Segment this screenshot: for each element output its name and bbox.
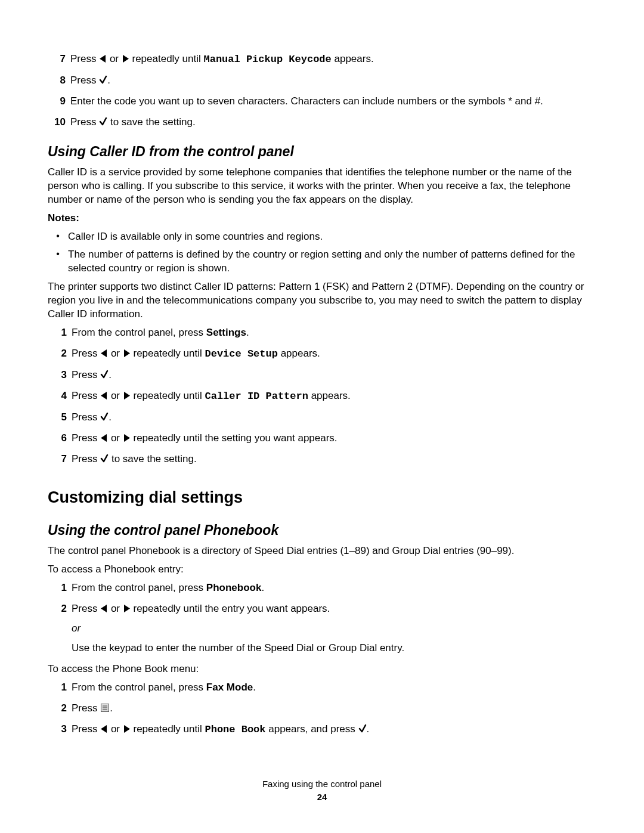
numbered-list-phonebook-b: 1From the control panel, press Fax Mode.… (54, 681, 596, 737)
step-number: 5 (54, 411, 67, 425)
paragraph: Caller ID is a service provided by some … (48, 166, 596, 207)
svg-marker-6 (101, 434, 107, 442)
numbered-list-phonebook-a: 1From the control panel, press Phonebook… (54, 581, 596, 655)
bullet-list-notes: •Caller ID is available only in some cou… (48, 230, 596, 276)
left-arrow-icon (100, 604, 108, 613)
list-item: •The number of patterns is defined by th… (48, 248, 596, 275)
svg-marker-1 (123, 55, 129, 63)
step-content: Press to save the setting. (72, 453, 596, 466)
numbered-list-callerid: 1From the control panel, press Settings.… (54, 326, 596, 466)
right-arrow-icon (123, 391, 131, 400)
list-item: •Caller ID is available only in some cou… (48, 230, 596, 244)
step-content: Press or repeatedly until Manual Pickup … (70, 52, 596, 67)
heading-customizing: Customizing dial settings (48, 487, 596, 508)
step-number: 2 (54, 602, 67, 616)
svg-marker-2 (101, 349, 107, 357)
step-content: Enter the code you want up to seven char… (70, 95, 596, 109)
left-arrow-icon (100, 724, 108, 733)
step-number: 6 (54, 432, 67, 445)
paragraph: The printer supports two distinct Caller… (48, 280, 596, 321)
note-text: The number of patterns is defined by the… (68, 248, 596, 275)
paragraph: The control panel Phonebook is a directo… (48, 544, 596, 558)
page-footer: Faxing using the control panel 24 (0, 778, 644, 804)
step-content: Press or repeatedly until Phone Book app… (72, 723, 596, 737)
step-content: Press . (72, 368, 596, 382)
right-arrow-icon (122, 54, 129, 63)
left-arrow-icon (100, 391, 108, 400)
step-content: Press . (72, 411, 596, 425)
section-heading-callerid: Using Caller ID from the control panel (48, 143, 596, 161)
notes-label: Notes: (48, 212, 596, 225)
list-item: 7Press to save the setting. (54, 453, 596, 466)
list-item: 1From the control panel, press Settings. (54, 326, 596, 340)
svg-marker-3 (124, 349, 130, 357)
check-icon (100, 454, 109, 463)
numbered-list-top: 7Press or repeatedly until Manual Pickup… (48, 52, 596, 129)
step-number: 1 (54, 581, 67, 595)
paragraph: To access a Phonebook entry: (48, 563, 596, 577)
step-content: Press or repeatedly until Device Setup a… (72, 347, 596, 361)
footer-text: Faxing using the control panel (0, 778, 644, 790)
svg-marker-14 (101, 725, 107, 733)
svg-marker-7 (124, 434, 130, 442)
step-content: Press . (70, 74, 596, 88)
step-content: From the control panel, press Settings. (72, 326, 596, 340)
step-content: From the control panel, press Phonebook. (72, 581, 596, 595)
svg-marker-8 (101, 605, 107, 612)
check-icon (100, 412, 109, 422)
step-number: 7 (54, 453, 67, 466)
list-item: 5Press . (54, 411, 596, 425)
bullet-icon: • (48, 248, 68, 259)
list-item: 10Press to save the setting. (48, 116, 596, 129)
step-number: 7 (48, 52, 66, 66)
step-number: 3 (54, 368, 67, 382)
svg-marker-0 (100, 55, 106, 63)
step-number: 1 (54, 681, 67, 695)
list-item: 3Press . (54, 368, 596, 382)
step-content: Press or repeatedly until the setting yo… (72, 432, 596, 445)
check-icon (99, 75, 107, 85)
right-arrow-icon (123, 604, 131, 613)
check-icon (99, 117, 107, 126)
step-content: From the control panel, press Fax Mode. (72, 681, 596, 695)
note-text: Caller ID is available only in some coun… (68, 230, 596, 244)
list-item: 2Press or repeatedly until Device Setup … (54, 347, 596, 361)
list-item: 1From the control panel, press Fax Mode. (54, 681, 596, 695)
svg-marker-5 (124, 392, 130, 400)
step-number: 1 (54, 326, 67, 340)
left-arrow-icon (99, 54, 107, 63)
right-arrow-icon (123, 724, 131, 733)
page-number: 24 (0, 791, 644, 803)
bullet-icon: • (48, 230, 68, 241)
step-content: Press or repeatedly until the entry you … (72, 602, 596, 655)
step-number: 2 (54, 702, 67, 716)
step-content: Press or repeatedly until Caller ID Patt… (72, 389, 596, 404)
step-number: 2 (54, 347, 67, 361)
list-item: 6Press or repeatedly until the setting y… (54, 432, 596, 445)
list-item: 7Press or repeatedly until Manual Pickup… (48, 52, 596, 67)
right-arrow-icon (123, 433, 131, 442)
step-content: Press to save the setting. (70, 116, 596, 129)
svg-marker-15 (124, 725, 130, 733)
left-arrow-icon (100, 433, 108, 442)
svg-marker-9 (124, 605, 130, 612)
list-item: 1From the control panel, press Phonebook… (54, 581, 596, 595)
step-number: 9 (48, 95, 66, 109)
right-arrow-icon (123, 349, 131, 358)
step-number: 4 (54, 389, 67, 403)
svg-marker-4 (101, 392, 107, 400)
check-icon (358, 724, 367, 733)
list-item: 2Press . (54, 702, 596, 716)
step-number: 10 (48, 116, 66, 129)
list-item: 9Enter the code you want up to seven cha… (48, 95, 596, 109)
list-item: 8Press . (48, 74, 596, 88)
list-item: 3Press or repeatedly until Phone Book ap… (54, 723, 596, 737)
document-page: 7Press or repeatedly until Manual Pickup… (0, 0, 644, 833)
menu-icon (100, 703, 110, 713)
step-number: 8 (48, 74, 66, 88)
list-item: 4Press or repeatedly until Caller ID Pat… (54, 389, 596, 404)
section-heading-phonebook: Using the control panel Phonebook (48, 521, 596, 540)
list-item: 2Press or repeatedly until the entry you… (54, 602, 596, 655)
step-content: Press . (72, 702, 596, 716)
paragraph: To access the Phone Book menu: (48, 662, 596, 676)
